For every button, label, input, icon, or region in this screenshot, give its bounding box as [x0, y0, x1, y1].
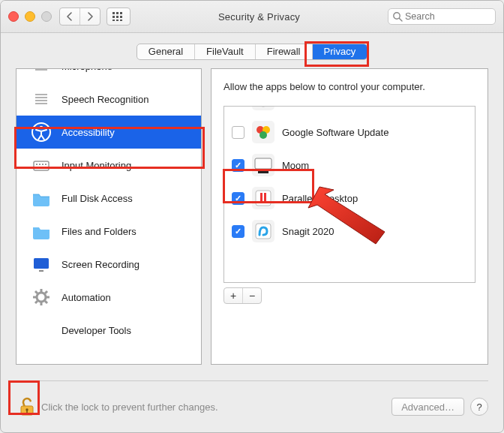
svg-rect-21	[34, 161, 49, 170]
search-field[interactable]	[388, 8, 496, 25]
folder-icon	[30, 187, 52, 209]
app-label: Moom	[282, 160, 309, 171]
tabs: General FileVault Firewall Privacy	[136, 44, 368, 60]
privacy-sidebar[interactable]: Microphone Speech Recognition Accessibil…	[16, 68, 202, 365]
window-title: Security & Privacy	[138, 11, 380, 23]
tab-privacy[interactable]: Privacy	[312, 44, 368, 59]
svg-rect-6	[112, 20, 115, 21]
svg-rect-1	[116, 12, 118, 14]
microphone-icon	[30, 68, 52, 77]
app-list[interactable]: Google Chrome Google Software Update Moo…	[224, 106, 476, 283]
svg-rect-4	[116, 16, 118, 18]
add-button[interactable]: +	[224, 288, 242, 303]
svg-rect-45	[256, 191, 271, 206]
zoom-icon[interactable]	[41, 11, 52, 22]
add-remove-control: + −	[224, 287, 262, 304]
app-row-parallels-desktop[interactable]: Parallels Desktop	[224, 182, 475, 215]
sidebar-item-label: Full Disk Access	[62, 193, 133, 204]
lock-hint: Click the lock to prevent further change…	[41, 401, 218, 413]
sidebar-item-input-monitoring[interactable]: Input Monitoring	[16, 149, 201, 182]
checkbox[interactable]	[232, 126, 244, 139]
checkbox[interactable]	[232, 159, 244, 172]
svg-line-34	[35, 291, 38, 293]
sidebar-item-developer-tools[interactable]: Developer Tools	[16, 314, 201, 347]
sidebar-item-files-folders[interactable]: Files and Folders	[16, 215, 201, 248]
svg-rect-51	[26, 410, 28, 413]
svg-line-37	[45, 291, 47, 293]
sidebar-item-label: Automation	[62, 292, 111, 303]
tab-general[interactable]: General	[137, 44, 194, 59]
svg-rect-24	[42, 164, 44, 165]
svg-rect-22	[36, 164, 38, 165]
sidebar-item-label: Microphone	[62, 68, 112, 72]
sidebar-item-automation[interactable]: Automation	[16, 281, 201, 314]
sidebar-item-label: Files and Folders	[62, 226, 136, 237]
app-icon	[252, 106, 274, 110]
checkbox[interactable]	[232, 192, 244, 205]
sidebar-item-screen-recording[interactable]: Screen Recording	[16, 248, 201, 281]
sidebar-item-microphone[interactable]: Microphone	[16, 68, 201, 83]
preferences-window: Security & Privacy General FileVault Fir…	[0, 0, 504, 433]
svg-rect-8	[120, 20, 122, 21]
checkbox[interactable]	[232, 225, 244, 238]
svg-rect-27	[34, 258, 49, 269]
sidebar-item-speech[interactable]: Speech Recognition	[16, 83, 201, 116]
chevron-left-icon[interactable]	[60, 8, 80, 25]
tab-bar: General FileVault Firewall Privacy	[1, 33, 503, 69]
sidebar-item-label: Developer Tools	[62, 325, 131, 336]
lock-icon[interactable]	[16, 395, 38, 418]
sidebar-item-accessibility[interactable]: Accessibility	[16, 116, 201, 149]
sidebar-item-label: Accessibility	[62, 127, 115, 138]
privacy-detail-pane: Allow the apps below to control your com…	[211, 68, 488, 365]
sidebar-item-full-disk-access[interactable]: Full Disk Access	[16, 182, 201, 215]
svg-rect-46	[260, 193, 262, 203]
app-row-google-software-update[interactable]: Google Software Update	[224, 116, 475, 149]
svg-rect-3	[112, 16, 115, 18]
svg-rect-25	[45, 164, 46, 165]
app-row-moom[interactable]: Moom	[224, 149, 475, 182]
titlebar: Security & Privacy	[1, 1, 503, 33]
svg-rect-47	[264, 193, 266, 203]
traffic-lights	[8, 11, 52, 22]
svg-rect-44	[258, 170, 268, 173]
close-icon[interactable]	[8, 11, 19, 22]
svg-rect-26	[38, 167, 45, 168]
remove-button[interactable]: −	[242, 288, 261, 303]
app-icon	[252, 121, 274, 143]
tab-filevault[interactable]: FileVault	[194, 44, 255, 59]
svg-point-29	[37, 293, 46, 302]
svg-rect-28	[39, 270, 44, 272]
sidebar-item-label: Speech Recognition	[62, 94, 148, 105]
search-input[interactable]	[388, 8, 496, 25]
svg-point-20	[40, 126, 44, 130]
app-row-snagit-2020[interactable]: Snagit 2020	[224, 215, 475, 248]
svg-rect-43	[255, 158, 272, 169]
chevron-right-icon[interactable]	[80, 8, 100, 25]
minimize-icon[interactable]	[25, 11, 35, 22]
search-icon	[392, 11, 403, 22]
tab-firewall[interactable]: Firewall	[255, 44, 312, 59]
folder-icon	[30, 220, 52, 242]
app-icon	[252, 220, 274, 242]
svg-line-36	[35, 301, 38, 303]
app-label: Snagit 2020	[282, 226, 334, 237]
content-area: Microphone Speech Recognition Accessibil…	[16, 68, 488, 365]
svg-rect-23	[39, 164, 40, 165]
svg-line-10	[399, 18, 402, 21]
footer: Click the lock to prevent further change…	[16, 380, 488, 422]
help-button[interactable]: ?	[470, 398, 488, 416]
app-label: Google Software Update	[282, 127, 388, 138]
svg-rect-0	[112, 12, 115, 14]
keyboard-icon	[30, 154, 52, 176]
detail-heading: Allow the apps below to control your com…	[224, 81, 476, 92]
svg-rect-48	[256, 224, 271, 239]
svg-rect-2	[120, 12, 122, 14]
app-icon	[252, 187, 274, 209]
advanced-button[interactable]: Advanced…	[392, 398, 464, 416]
show-all-prefs-button[interactable]	[106, 8, 130, 26]
nav-back-forward[interactable]	[59, 8, 100, 26]
app-row-google-chrome[interactable]: Google Chrome	[224, 106, 475, 116]
svg-rect-7	[116, 20, 118, 21]
accessibility-icon	[30, 121, 52, 143]
svg-rect-5	[120, 16, 122, 18]
